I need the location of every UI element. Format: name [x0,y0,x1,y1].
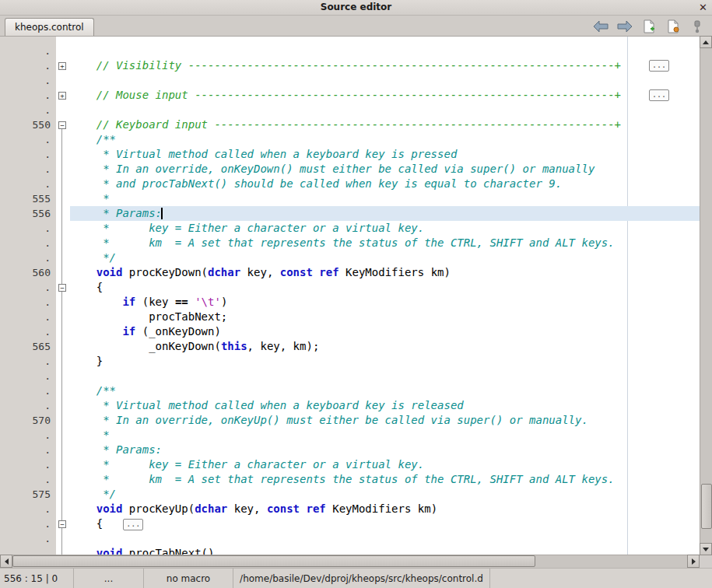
code-line[interactable]: . [0,73,700,88]
code-text[interactable]: {... [70,516,700,531]
code-line[interactable]: . /** [0,383,700,398]
scroll-up-button[interactable] [700,36,712,48]
code-text[interactable]: * Params: [70,443,700,457]
code-line[interactable]: . /** [0,132,700,147]
fold-expand-icon[interactable]: + [58,92,66,100]
code-line[interactable]: 560 void procKeyDown(dchar key, const re… [0,265,700,280]
code-line[interactable]: . [0,531,700,546]
code-text[interactable]: // Keyboard input ----------------------… [70,117,700,132]
code-text[interactable]: void procKeyDown(dchar key, const ref Ke… [70,265,700,280]
code-line[interactable]: . [0,103,700,117]
code-line[interactable]: . * km = A set that represents the statu… [0,472,700,487]
code-line[interactable]: 555 * [0,191,700,206]
folded-code-ellipsis[interactable]: ... [649,89,669,101]
code-text[interactable]: if (_onKeyDown) [70,324,700,339]
token-ddoc: * key = Either a character or a virtual … [103,222,424,234]
code-line[interactable]: 565 _onKeyDown(this, key, km); [0,339,700,354]
code-text[interactable] [70,44,700,58]
code-line[interactable]: . * and procTabNext() should be called w… [0,177,700,191]
fold-column [56,354,70,369]
go-forward-button[interactable] [616,18,633,35]
fold-expand-icon[interactable]: + [58,62,66,70]
code-text[interactable] [70,73,700,88]
code-line[interactable]: . * In an override, onKeyDown() must eit… [0,162,700,177]
code-text[interactable] [70,531,700,546]
code-text[interactable]: * Virtual method called when a keyboard … [70,398,700,413]
line-dot: . [0,531,56,546]
source-editor[interactable]: ..+ // Visibility ----------------------… [0,37,700,555]
code-line[interactable]: 550− // Keyboard input -----------------… [0,117,700,132]
code-line[interactable]: .+ // Mouse input ----------------------… [0,88,700,103]
code-line[interactable]: . * Virtual method called when a keyboar… [0,398,700,413]
new-document-button[interactable] [640,18,658,35]
go-back-button[interactable] [592,18,609,35]
folded-code-ellipsis[interactable]: ... [649,60,669,72]
code-text[interactable]: * km = A set that represents the status … [70,236,700,250]
line-dot: . [0,221,56,236]
code-text[interactable]: * Params: [70,206,700,221]
code-text[interactable]: */ [70,250,700,265]
code-text[interactable]: */ [70,487,700,502]
code-line[interactable]: .+ // Visibility -----------------------… [0,58,700,73]
code-text[interactable]: * key = Either a character or a virtual … [70,221,700,236]
edit-document-button[interactable] [665,18,682,35]
code-text[interactable]: // Visibility --------------------------… [70,58,700,73]
vertical-scrollbar[interactable] [700,37,712,555]
code-text[interactable]: _onKeyDown(this, key, km); [70,339,700,354]
folded-code-ellipsis[interactable]: ... [123,519,143,530]
code-text[interactable]: void procKeyUp(dchar key, const ref KeyM… [70,502,700,516]
scroll-right-button[interactable] [687,555,700,568]
code-text[interactable] [70,103,700,117]
code-line[interactable]: . [0,369,700,383]
code-text[interactable]: void procTabNext() [70,546,700,555]
fold-collapse-icon[interactable]: − [58,520,66,528]
code-text[interactable]: * km = A set that represents the status … [70,472,700,487]
status-panel-2: ... [74,569,144,588]
fold-collapse-icon[interactable]: − [58,121,66,129]
tab-kheops-control[interactable]: kheops.control [5,18,94,36]
code-line[interactable]: . * [0,428,700,443]
code-text[interactable]: procTabNext; [70,310,700,324]
code-text[interactable]: * In an override, onKeyUp() must either … [70,413,700,428]
code-line[interactable]: .− { [0,280,700,295]
code-line[interactable]: . void procKeyUp(dchar key, const ref Ke… [0,502,700,516]
code-line[interactable]: . * key = Either a character or a virtua… [0,457,700,472]
horizontal-scrollbar[interactable] [0,555,700,568]
code-text[interactable]: /** [70,383,700,398]
fold-column [56,265,70,280]
code-line[interactable]: . [0,44,700,58]
code-text[interactable]: * key = Either a character or a virtual … [70,457,700,472]
code-text[interactable]: * and procTabNext() should be called whe… [70,177,700,191]
vertical-scroll-thumb[interactable] [701,484,712,529]
code-line[interactable]: . void procTabNext() [0,546,700,555]
code-line[interactable]: . * Params: [0,443,700,457]
code-line[interactable]: 570 * In an override, onKeyUp() must eit… [0,413,700,428]
code-text[interactable]: * Virtual method called when a keyboard … [70,147,700,162]
horizontal-scroll-thumb[interactable] [12,555,535,567]
code-line[interactable]: 575 */ [0,487,700,502]
code-line[interactable]: 556 * Params: [0,206,700,221]
code-text[interactable]: /** [70,132,700,147]
code-line[interactable]: . procTabNext; [0,310,700,324]
scroll-left-button[interactable] [0,555,12,568]
code-text[interactable]: } [70,354,700,369]
code-text[interactable] [70,369,700,383]
code-line[interactable]: . */ [0,250,700,265]
code-text[interactable]: { [70,280,700,295]
code-line[interactable]: . if (key == '\t') [0,295,700,310]
detach-editor-button[interactable] [689,18,706,35]
close-window-button[interactable]: ✕ [699,2,707,13]
code-line[interactable]: .− {... [0,516,700,531]
code-line[interactable]: . * Virtual method called when a keyboar… [0,147,700,162]
fold-collapse-icon[interactable]: − [58,284,66,292]
scroll-down-button[interactable] [700,543,712,555]
code-line[interactable]: . } [0,354,700,369]
code-text[interactable]: * In an override, onKeyDown() must eithe… [70,162,700,177]
code-line[interactable]: . if (_onKeyDown) [0,324,700,339]
code-text[interactable]: // Mouse input -------------------------… [70,88,700,103]
code-line[interactable]: . * km = A set that represents the statu… [0,236,700,250]
code-line[interactable]: . * key = Either a character or a virtua… [0,221,700,236]
code-text[interactable]: if (key == '\t') [70,295,700,310]
code-text[interactable]: * [70,428,700,443]
code-text[interactable]: * [70,191,700,206]
